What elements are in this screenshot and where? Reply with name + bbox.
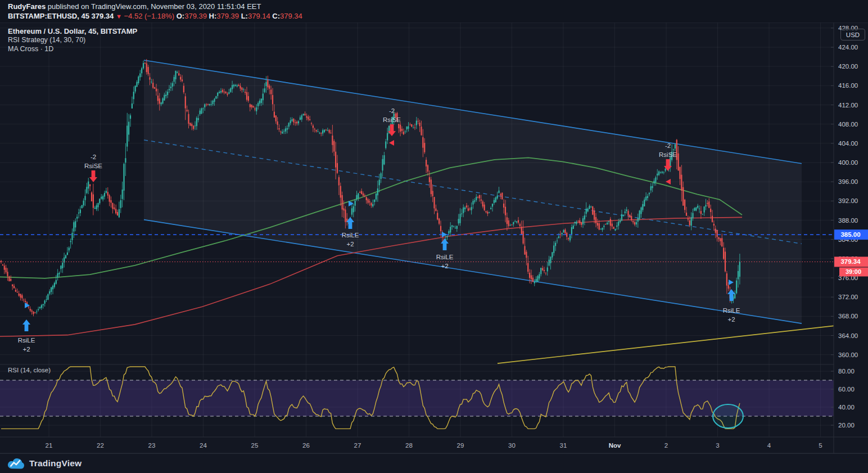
rsi-band — [0, 380, 834, 416]
high-label: H: — [209, 12, 217, 20]
svg-text:39:00: 39:00 — [846, 268, 861, 275]
footer-bar: TradingView — [0, 453, 868, 473]
svg-text:368.00: 368.00 — [838, 313, 858, 319]
close-label: C: — [272, 12, 280, 20]
publication-header: RudyFares published on TradingView.com, … — [0, 0, 868, 22]
low-label: L: — [241, 12, 248, 20]
svg-text:364.00: 364.00 — [838, 332, 858, 339]
study-rsi-strategy: RSI Strategy (14, 30, 70) — [8, 36, 137, 45]
svg-text:28: 28 — [405, 442, 413, 449]
svg-text:385.00: 385.00 — [840, 231, 860, 238]
chart-legend: Ethereum / U.S. Dollar, 45, BITSTAMP RSI… — [8, 26, 137, 53]
svg-text:Nov: Nov — [609, 442, 621, 449]
svg-text:80.00: 80.00 — [838, 368, 855, 375]
byline-text: published on TradingView.com, November 0… — [46, 2, 261, 11]
ticker-symbol: BITSTAMP:ETHUSD, 45 — [8, 12, 89, 20]
svg-text:31: 31 — [560, 442, 567, 449]
svg-text:3: 3 — [716, 442, 719, 449]
study-ma-cross: MA Cross · 1D — [8, 45, 137, 54]
svg-text:24: 24 — [200, 442, 207, 449]
svg-text:20.00: 20.00 — [838, 422, 855, 429]
svg-text:388.00: 388.00 — [838, 217, 858, 224]
svg-text:RsiSE: RsiSE — [659, 151, 677, 158]
svg-text:21: 21 — [46, 442, 53, 449]
low-value: 379.14 — [248, 12, 270, 20]
svg-text:RsiSE: RsiSE — [383, 116, 401, 123]
svg-text:372.00: 372.00 — [838, 294, 858, 300]
svg-text:+2: +2 — [727, 316, 735, 323]
rsi-pane-label: RSI (14, close) — [8, 367, 51, 373]
svg-text:408.00: 408.00 — [838, 121, 858, 128]
close-value: 379.34 — [280, 12, 302, 20]
currency-toggle-button[interactable]: USD — [840, 29, 865, 40]
byline-row: RudyFares published on TradingView.com, … — [8, 2, 868, 11]
price-change: −4.52 (−1.18%) — [124, 12, 174, 20]
open-label: O: — [177, 12, 184, 20]
svg-text:29: 29 — [457, 442, 464, 449]
tradingview-wordmark[interactable]: TradingView — [29, 458, 82, 469]
svg-text:-2: -2 — [665, 142, 671, 149]
open-value: 379.39 — [184, 12, 207, 20]
svg-text:5: 5 — [819, 442, 822, 449]
svg-text:30: 30 — [508, 442, 516, 449]
svg-text:+2: +2 — [346, 241, 354, 247]
tradingview-logo-icon[interactable] — [7, 457, 24, 470]
main-chart-svg[interactable]: RsiLE+2RsiLE+2RsiLE+2RsiLE+2-2RsiSE-2Rsi… — [0, 22, 868, 473]
svg-text:379.34: 379.34 — [840, 258, 861, 265]
svg-text:RsiLE: RsiLE — [723, 307, 740, 314]
author-name: RudyFares — [8, 2, 46, 11]
svg-text:RsiLE: RsiLE — [436, 254, 454, 260]
symbol-title: Ethereum / U.S. Dollar, 45, BITSTAMP — [8, 26, 137, 36]
svg-text:26: 26 — [302, 442, 310, 449]
svg-text:40.00: 40.00 — [838, 404, 855, 411]
svg-text:360.00: 360.00 — [838, 352, 858, 358]
down-arrow-icon: ▼ — [116, 13, 122, 20]
svg-text:4: 4 — [767, 442, 771, 449]
svg-text:60.00: 60.00 — [838, 386, 855, 393]
chart-area[interactable]: RsiLE+2RsiLE+2RsiLE+2RsiLE+2-2RsiSE-2Rsi… — [0, 22, 868, 473]
svg-text:27: 27 — [354, 442, 361, 449]
svg-text:2: 2 — [664, 442, 668, 449]
svg-text:400.00: 400.00 — [838, 159, 858, 166]
svg-text:+2: +2 — [441, 263, 448, 269]
svg-text:RsiLE: RsiLE — [342, 232, 359, 238]
svg-text:-2: -2 — [91, 154, 96, 160]
svg-text:-2: -2 — [389, 107, 395, 114]
svg-text:416.00: 416.00 — [838, 82, 858, 89]
svg-text:404.00: 404.00 — [838, 140, 858, 147]
svg-text:25: 25 — [251, 442, 259, 449]
svg-text:412.00: 412.00 — [838, 102, 858, 109]
svg-text:420.00: 420.00 — [838, 63, 858, 70]
svg-text:23: 23 — [148, 442, 156, 449]
last-price: 379.34 — [92, 12, 114, 20]
svg-text:RsiLE: RsiLE — [18, 337, 35, 344]
high-value: 379.39 — [216, 12, 239, 20]
svg-text:424.00: 424.00 — [838, 44, 858, 51]
svg-text:+2: +2 — [22, 346, 30, 353]
svg-text:22: 22 — [97, 442, 104, 449]
ticker-row: BITSTAMP:ETHUSD, 45 379.34 ▼ −4.52 (−1.1… — [8, 11, 868, 21]
svg-text:392.00: 392.00 — [838, 197, 858, 204]
rsi-highlight-ellipse[interactable] — [713, 404, 743, 428]
svg-text:396.00: 396.00 — [838, 178, 858, 185]
svg-text:RsiSE: RsiSE — [84, 163, 102, 169]
